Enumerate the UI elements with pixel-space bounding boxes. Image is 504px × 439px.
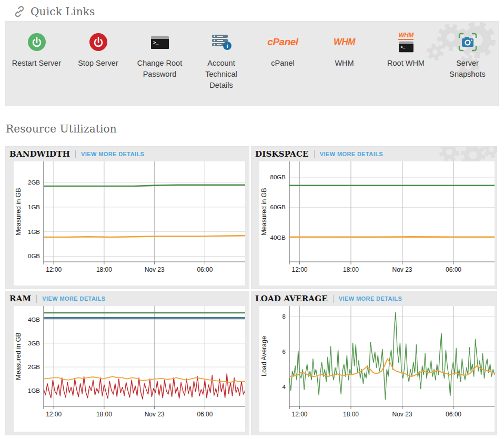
whm-logo: WHM <box>334 37 355 47</box>
quick-link-label: cPanel <box>271 58 294 69</box>
panel-header: LOAD AVERAGE VIEW MORE DETAILS <box>251 291 497 306</box>
terminal-icon: >_ <box>398 41 415 53</box>
svg-text:Measured in GB: Measured in GB <box>15 188 22 235</box>
quick-link-label: Account Technical Details <box>194 58 249 91</box>
quick-link-label: Restart Server <box>12 58 61 69</box>
load-average-chart-svg: 86412:0018:00Nov 2306:00Load Average <box>259 306 495 432</box>
view-more-details-link[interactable]: VIEW MORE DETAILS <box>42 295 105 302</box>
svg-text:12:00: 12:00 <box>46 411 62 418</box>
server-info-icon: i <box>211 34 232 50</box>
quick-link-restart-server[interactable]: Restart Server <box>6 22 67 106</box>
diskspace-chart-svg: 80GB60GB40GB12:0018:00Nov 2306:00Measure… <box>259 161 495 285</box>
quick-link-cpanel[interactable]: cPanel cPanel <box>252 22 314 106</box>
svg-text:4GB: 4GB <box>28 317 40 323</box>
svg-text:4: 4 <box>283 384 286 390</box>
svg-text:1GB: 1GB <box>28 387 40 394</box>
svg-text:80GB: 80GB <box>270 174 286 180</box>
svg-text:18:00: 18:00 <box>343 266 359 273</box>
svg-text:06:00: 06:00 <box>446 411 461 418</box>
quick-link-label: Change Root Password <box>132 58 187 80</box>
ram-chart-svg: 4GB3GB2GB1GB12:0018:00Nov 2306:00Measure… <box>14 306 245 432</box>
svg-text:Nov 23: Nov 23 <box>392 411 412 418</box>
svg-text:18:00: 18:00 <box>343 411 359 418</box>
cpanel-logo: cPanel <box>267 36 298 48</box>
terminal-icon: >_ <box>150 35 169 49</box>
chart-panel-bandwidth: BANDWIDTH VIEW MORE DETAILS 2GB1GB1GB0GB… <box>5 146 249 289</box>
divider <box>333 295 334 303</box>
svg-text:0GB: 0GB <box>28 253 40 259</box>
quick-link-label: Stop Server <box>78 58 118 69</box>
svg-text:8: 8 <box>283 313 286 320</box>
svg-text:>_: >_ <box>400 44 405 49</box>
svg-text:2GB: 2GB <box>28 179 40 186</box>
svg-text:06:00: 06:00 <box>197 411 213 418</box>
panel-header: BANDWIDTH VIEW MORE DETAILS <box>6 147 249 161</box>
svg-text:18:00: 18:00 <box>96 266 112 273</box>
quick-link-label: Server Snapshots <box>440 58 495 80</box>
svg-text:Load Average: Load Average <box>260 336 268 376</box>
panel-title: RAM <box>9 294 31 303</box>
panel-title: LOAD AVERAGE <box>255 294 328 303</box>
svg-text:06:00: 06:00 <box>197 266 213 273</box>
quick-link-stop-server[interactable]: Stop Server <box>67 22 129 106</box>
server-dashboard: Quick Links <box>0 0 504 439</box>
svg-text:i: i <box>226 43 228 49</box>
quick-link-account-technical-details[interactable]: i Account Technical Details <box>190 22 252 106</box>
svg-text:Measured in GB: Measured in GB <box>260 188 268 235</box>
panel-header: RAM VIEW MORE DETAILS <box>6 291 249 306</box>
chart-panel-load-average: LOAD AVERAGE VIEW MORE DETAILS 86412:001… <box>251 291 497 435</box>
load-average-chart: 86412:0018:00Nov 2306:00Load Average <box>259 306 495 432</box>
svg-text:>_: >_ <box>153 40 159 45</box>
svg-text:1GB: 1GB <box>28 229 40 235</box>
quick-link-label: WHM <box>335 58 354 69</box>
svg-text:12:00: 12:00 <box>291 411 307 418</box>
chart-panel-diskspace: DISKSPACE VIEW MORE DETAILS 80GB60GB40GB… <box>251 146 497 289</box>
svg-text:Nov 23: Nov 23 <box>145 411 165 418</box>
stop-power-icon <box>89 33 108 52</box>
ram-chart: 4GB3GB2GB1GB12:0018:00Nov 2306:00Measure… <box>14 306 245 432</box>
divider <box>36 295 37 303</box>
quick-link-root-whm[interactable]: WHM >_ Root WHM <box>375 22 437 106</box>
bandwidth-chart: 2GB1GB1GB0GB12:0018:00Nov 2306:00Measure… <box>14 161 245 285</box>
quick-link-label: Root WHM <box>387 58 425 69</box>
svg-text:6: 6 <box>283 349 286 355</box>
svg-text:Nov 23: Nov 23 <box>145 266 165 273</box>
divider <box>314 150 315 158</box>
quick-link-server-snapshots[interactable]: Server Snapshots <box>437 22 498 106</box>
view-more-details-link[interactable]: VIEW MORE DETAILS <box>320 151 383 157</box>
quick-links-header: Quick Links <box>14 5 95 18</box>
svg-text:18:00: 18:00 <box>96 411 112 418</box>
resource-utilization-header: Resource Utilization <box>6 122 117 135</box>
camera-snapshot-icon <box>458 32 478 52</box>
svg-text:40GB: 40GB <box>270 234 286 241</box>
svg-text:2GB: 2GB <box>28 364 40 370</box>
whm-logo-small: WHM <box>398 32 414 40</box>
svg-text:12:00: 12:00 <box>46 266 62 273</box>
quick-links-panel: Restart Server Stop Server <box>5 21 499 106</box>
quick-link-change-root-password[interactable]: >_ Change Root Password <box>129 22 190 106</box>
view-more-details-link[interactable]: VIEW MORE DETAILS <box>81 151 144 157</box>
chart-panel-ram: RAM VIEW MORE DETAILS 4GB3GB2GB1GB12:001… <box>5 291 249 435</box>
svg-text:3GB: 3GB <box>28 340 40 346</box>
quick-links-title: Quick Links <box>31 5 95 18</box>
diskspace-chart: 80GB60GB40GB12:0018:00Nov 2306:00Measure… <box>259 161 495 285</box>
svg-text:60GB: 60GB <box>270 204 286 210</box>
panel-header: DISKSPACE VIEW MORE DETAILS <box>251 147 497 161</box>
svg-text:06:00: 06:00 <box>446 266 461 273</box>
svg-text:Measured in GB: Measured in GB <box>15 332 22 380</box>
svg-text:Nov 23: Nov 23 <box>392 266 412 273</box>
restart-power-icon <box>27 33 46 52</box>
divider <box>75 150 76 158</box>
quick-link-whm[interactable]: WHM WHM <box>314 22 375 106</box>
link-icon <box>14 6 25 17</box>
resource-utilization-title: Resource Utilization <box>6 122 117 135</box>
panel-title: DISKSPACE <box>255 149 309 159</box>
view-more-details-link[interactable]: VIEW MORE DETAILS <box>339 295 402 302</box>
svg-text:1GB: 1GB <box>28 204 40 210</box>
svg-text:12:00: 12:00 <box>291 266 307 273</box>
bandwidth-chart-svg: 2GB1GB1GB0GB12:0018:00Nov 2306:00Measure… <box>14 161 245 285</box>
panel-title: BANDWIDTH <box>9 149 70 159</box>
